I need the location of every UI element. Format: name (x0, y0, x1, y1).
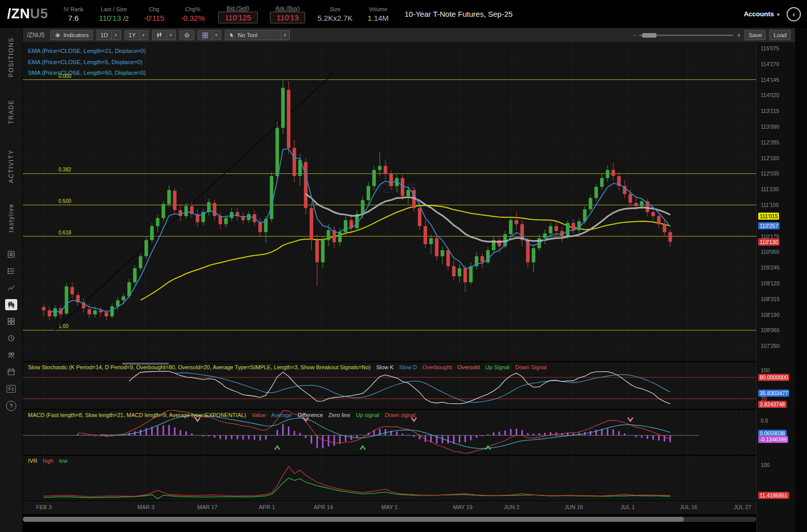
settings-button[interactable] (180, 30, 194, 40)
field-chg: Chg -0'115 (141, 6, 167, 22)
indicators-icon (54, 32, 61, 39)
indicators-button[interactable]: Indicators (50, 30, 93, 40)
price-chart-svg[interactable]: 0.0000.3820.5000.6181.00/ZNU5 (23, 43, 756, 361)
time-tick: JUN 16 (564, 504, 583, 510)
last-price: 110'13 (99, 14, 121, 22)
save-button[interactable]: Save (744, 30, 766, 40)
clock-icon[interactable] (5, 333, 17, 344)
time-tick: JUL 16 (680, 504, 697, 510)
symbol-suffix: U5 (30, 6, 48, 21)
zoom-out-button[interactable]: - (633, 31, 636, 39)
bid-button[interactable]: 110'125 (218, 12, 258, 23)
study-axis-box: 3.8243748 (758, 401, 787, 408)
price-axis-box: 111'015 (758, 213, 779, 220)
legend-item: EMA (Price=CLOSE, Length=5, Displace=0) (28, 57, 146, 68)
price-tick: 114'270 (761, 61, 779, 67)
ask-button[interactable]: 110'13 (270, 12, 305, 23)
tool-dropdown[interactable]: No Tool ▾ (225, 30, 290, 40)
field-size: Size 5.2Kx2.7K (317, 6, 352, 22)
sidebar-tab-activity[interactable]: ACTIVITY (8, 141, 15, 191)
users-icon[interactable] (5, 349, 17, 361)
legend-item: Difference (297, 412, 323, 418)
time-tick: APR 1 (259, 504, 275, 510)
timeframe-dropdown[interactable]: 1D▾ (97, 30, 121, 40)
sidebar-tab-tastylive[interactable]: tastylive (8, 196, 15, 241)
line-chart-icon[interactable] (5, 282, 17, 293)
down-signal-arrow (411, 418, 416, 421)
study-axis-tick: 100 (761, 462, 770, 468)
ivr-svg[interactable] (23, 456, 756, 500)
price-tick: 112'160 (761, 155, 779, 161)
indicators-label: Indicators (64, 32, 89, 38)
ema21-line (306, 194, 670, 242)
price-axis: 115'075114'270114'145114'020113'215113'0… (756, 28, 795, 532)
pane-resize-handle[interactable] (122, 363, 169, 365)
ivr-legend: IVRhighlow (28, 458, 73, 464)
header: /ZNU5 IV Rank 7.6 Last / Size 110'13 /2 … (0, 0, 807, 28)
last-size-label: Last / Size (99, 6, 129, 12)
zoom-slider[interactable] (639, 35, 733, 36)
field-volume: Volume 1.14M (365, 6, 392, 22)
legend-item: high (43, 458, 53, 464)
time-tick: FEB 3 (36, 504, 52, 510)
legend-item: Zero line (328, 412, 350, 418)
macd-pane[interactable]: MACD (Fast length=8, Slow length=21, MAC… (23, 410, 756, 455)
collapse-panel-icon[interactable]: ‹ (787, 7, 801, 21)
study-title: IVR (28, 458, 37, 464)
price-tick: 109'120 (761, 280, 780, 286)
time-tick: MAR 3 (137, 504, 155, 510)
candle-chart-icon[interactable] (5, 299, 17, 310)
chevron-down-icon: ▾ (139, 31, 145, 40)
left-sidebar: POSITIONS TRADE ACTIVITY tastylive Fz ? (0, 28, 23, 532)
chart-scrollbar[interactable] (23, 517, 756, 522)
legend-item: Up Signal (485, 364, 510, 370)
watchlist-icon[interactable] (5, 249, 17, 260)
chart-type-dropdown[interactable]: ▾ (152, 30, 176, 40)
legend-item: Down Signal (515, 364, 547, 370)
down-signal-arrow (303, 418, 308, 421)
grid-view-icon[interactable] (5, 316, 17, 327)
fz-icon[interactable]: Fz (5, 383, 17, 394)
timeframe-value: 1D (101, 32, 108, 38)
iv-rank-value: 7.6 (61, 14, 87, 22)
legend-item: Slow K (376, 364, 394, 370)
price-tick: 110'050 (761, 249, 779, 255)
header-right: Accounts▾ ‹ (744, 7, 801, 21)
last-size-value: 110'13 /2 (99, 14, 129, 22)
price-tick: 108'065 (761, 327, 780, 333)
time-axis: FEB 3MAR 3MAR 17APR 1APR 14MAY 1MAY 19JU… (23, 500, 756, 514)
load-button[interactable]: Load (769, 30, 791, 40)
chg-value: -0'115 (141, 14, 167, 22)
price-axis-box: 110'257 (758, 222, 780, 229)
zoom-slider-thumb[interactable] (642, 33, 656, 38)
chart-scrollbar-thumb[interactable] (23, 517, 684, 522)
instrument-name: 10-Year T-Note Futures, Sep-25 (405, 10, 513, 18)
legend-item: Oversold (457, 364, 480, 370)
accounts-dropdown[interactable]: Accounts▾ (744, 10, 780, 18)
grid-icon (202, 32, 208, 39)
zoom-in-button[interactable]: + (737, 31, 741, 39)
iv-rank-label: IV Rank (61, 6, 87, 12)
journal-icon[interactable] (5, 265, 17, 277)
range-dropdown[interactable]: 1Y▾ (125, 30, 149, 40)
help-icon[interactable]: ? (6, 401, 16, 411)
chg-label: Chg (141, 6, 167, 12)
ivr-pane[interactable]: IVRhighlow (23, 456, 756, 500)
main-price-pane[interactable]: 0.0000.3820.5000.6181.00/ZNU5 EMA (Price… (23, 43, 756, 361)
volume-label: Volume (365, 6, 392, 12)
symbol-title: /ZNU5 (7, 6, 48, 22)
sidebar-tab-positions[interactable]: POSITIONS (8, 33, 15, 82)
calendar-icon[interactable] (5, 366, 17, 377)
price-tick: 114'145 (761, 77, 779, 83)
time-tick: JUN 2 (504, 504, 520, 510)
symbol-root: /ZN (7, 6, 30, 21)
price-tick: 111'230 (761, 186, 779, 192)
sidebar-tab-trade[interactable]: TRADE (8, 87, 15, 137)
up-signal-arrow (275, 446, 280, 450)
drawing-grid-dropdown[interactable]: ▾ (198, 30, 222, 40)
time-tick: APR 14 (314, 504, 333, 510)
chg-pct-value: -0.32% (180, 14, 206, 22)
sidebar-icon-strip: Fz (5, 249, 17, 394)
size-label: Size (317, 6, 352, 12)
stochastic-pane[interactable]: Slow Stochastic (K Period=14, D Period=9… (23, 362, 756, 409)
